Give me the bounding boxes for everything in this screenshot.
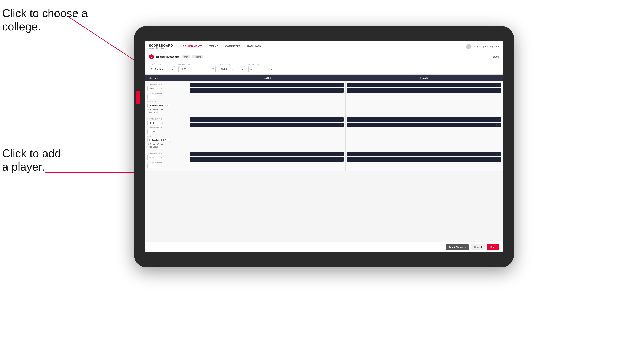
- course-remove-1[interactable]: ×: [165, 104, 166, 107]
- nav-committee[interactable]: COMMITTEE: [222, 41, 244, 52]
- edit-icon[interactable]: ✎: [340, 118, 342, 121]
- add-group-1[interactable]: + Add Group: [147, 111, 185, 114]
- edit-icon[interactable]: ✎: [498, 89, 500, 92]
- remove-group-2[interactable]: ⊖ Remove Group: [147, 143, 185, 145]
- x-icon[interactable]: ×: [496, 158, 498, 161]
- logo-subtitle: Powered by clippd: [149, 47, 173, 49]
- player-slot-t1-g1-1[interactable]: × ✎: [190, 83, 344, 87]
- x-icon[interactable]: ×: [496, 84, 498, 86]
- group-row-1: STARTING TIME: ⏱ STARTING HOLE: 1 COURSE…: [145, 81, 503, 116]
- player-slot-t2-g2-1[interactable]: × ✎: [347, 117, 502, 122]
- edit-icon[interactable]: ✎: [498, 124, 500, 126]
- course-tag-1[interactable]: (A) Peachtree GC × ✎: [147, 104, 170, 107]
- controls-row: Start Type 1st Tee Start Start Time ⏱ In…: [145, 61, 503, 75]
- x-icon[interactable]: ×: [338, 158, 340, 161]
- remove-group-1[interactable]: ⊖ Remove Group: [147, 109, 185, 111]
- edit-icon[interactable]: ✎: [498, 158, 500, 161]
- clock-icon: ⏱: [212, 68, 214, 71]
- starting-time-input-1[interactable]: [147, 86, 160, 91]
- sub-header: C Clippd Invitational Men Hosting ‹ Back: [145, 52, 503, 61]
- x-icon[interactable]: ×: [338, 118, 340, 121]
- footer-bar: Reset Changes Cancel Save: [145, 242, 503, 252]
- tee-time-col-3: STARTING TIME: ⏱ STARTING HOLE: 1: [145, 150, 188, 171]
- edit-icon[interactable]: ✎: [498, 84, 500, 86]
- back-button[interactable]: ‹ Back: [492, 55, 499, 58]
- x-icon[interactable]: ×: [496, 89, 498, 92]
- group-block-2: STARTING TIME: ⏱ STARTING HOLE: 1 COURSE…: [145, 116, 503, 150]
- add-group-2[interactable]: + Add Group: [147, 146, 185, 148]
- team1-col-1: × ✎ × ✎: [188, 81, 346, 116]
- starting-time-input-3[interactable]: [147, 155, 160, 160]
- start-type-group: Start Type 1st Tee Start: [149, 63, 175, 72]
- nav-tournaments[interactable]: TOURNAMENTS: [180, 41, 206, 52]
- group-block-3: STARTING TIME: ⏱ STARTING HOLE: 1 ×: [145, 150, 503, 171]
- group-links-2: ⊖ Remove Group + Add Group: [147, 143, 185, 148]
- player-slot-t2-g2-2[interactable]: × ✎: [347, 123, 502, 127]
- team1-col-3: × ✎ × ✎: [188, 150, 346, 171]
- start-time-group: Start Time ⏱: [178, 63, 216, 72]
- tablet-bezel: SCOREBOARD Powered by clippd TOURNAMENTS…: [134, 26, 514, 267]
- left-hint-bar: [136, 91, 140, 104]
- starting-time-label-3: STARTING TIME:: [147, 153, 185, 155]
- edit-icon[interactable]: ✎: [498, 118, 500, 121]
- intervals-select[interactable]: 10 Minutes: [219, 66, 245, 72]
- player-slot-t1-g3-1[interactable]: × ✎: [190, 152, 344, 156]
- edit-icon[interactable]: ✎: [340, 89, 342, 92]
- player-slot-t2-g3-1[interactable]: × ✎: [347, 152, 502, 156]
- x-icon[interactable]: ×: [496, 118, 498, 121]
- cancel-button[interactable]: Cancel: [471, 244, 485, 250]
- starting-time-input-2[interactable]: [147, 121, 160, 125]
- starting-hole-select-3[interactable]: 1: [147, 164, 156, 169]
- x-icon[interactable]: ×: [496, 153, 498, 155]
- player-slot-t1-g2-1[interactable]: × ✎: [190, 117, 344, 122]
- starting-time-label: STARTING TIME:: [147, 83, 185, 85]
- player-slot-t2-g1-2[interactable]: × ✎: [347, 88, 502, 93]
- player-slot-t1-g3-2[interactable]: × ✎: [190, 157, 344, 162]
- edit-icon[interactable]: ✎: [340, 158, 342, 161]
- course-tag-2[interactable]: 🏌 East Lake GC × ✎: [147, 138, 170, 142]
- x-icon[interactable]: ×: [338, 89, 340, 92]
- x-icon[interactable]: ×: [338, 124, 340, 126]
- gender-badge: Men: [182, 55, 190, 58]
- course-edit-2[interactable]: ✎: [166, 139, 168, 141]
- time-input-row-3: ⏱: [147, 155, 185, 160]
- nav-teams[interactable]: TEAMS: [206, 41, 222, 52]
- starting-time-label-2: STARTING TIME:: [147, 118, 185, 120]
- course-row-1: (A) Peachtree GC × ✎: [147, 104, 185, 107]
- x-icon[interactable]: ×: [338, 153, 340, 155]
- starting-hole-select-1[interactable]: 1: [147, 95, 156, 99]
- clock-icon-2: ⏱: [161, 122, 163, 124]
- course-name-1: (A) Peachtree GC: [149, 104, 164, 107]
- team2-col-3: × ✎ × ✎: [346, 150, 503, 171]
- course-label-1: COURSE:: [147, 101, 185, 103]
- player-slot-t2-g1-1[interactable]: × ✎: [347, 83, 502, 87]
- player-slot-t2-g3-2[interactable]: × ✎: [347, 157, 502, 162]
- player-slot-t1-g1-2[interactable]: × ✎: [190, 88, 344, 93]
- edit-icon[interactable]: ✎: [340, 84, 342, 86]
- edit-icon[interactable]: ✎: [340, 124, 342, 126]
- course-remove-2[interactable]: ×: [164, 139, 166, 141]
- nav-rankings[interactable]: RANKINGS: [244, 41, 264, 52]
- starting-hole-label-2: STARTING HOLE:: [147, 127, 185, 129]
- group-size-select[interactable]: 3: [248, 66, 274, 72]
- save-button[interactable]: Save: [487, 244, 499, 250]
- start-type-select[interactable]: 1st Tee Start: [149, 66, 175, 72]
- logo-title: SCOREBOARD: [149, 44, 173, 47]
- group-links-1: ⊖ Remove Group + Add Group: [147, 109, 185, 114]
- x-icon[interactable]: ×: [338, 84, 340, 86]
- table-container: Tee Time Team 1 Team 2 STARTING TIME: ⏱ …: [145, 75, 503, 242]
- team2-col-1: × ✎ × ✎: [346, 81, 503, 116]
- x-icon[interactable]: ×: [496, 124, 498, 126]
- reset-changes-button[interactable]: Reset Changes: [446, 244, 469, 250]
- sign-out-link[interactable]: Sign out: [490, 45, 499, 48]
- starting-hole-select-2[interactable]: 1: [147, 129, 156, 134]
- starting-hole-label-3: STARTING HOLE:: [147, 161, 185, 163]
- nav-links: TOURNAMENTS TEAMS COMMITTEE RANKINGS: [180, 41, 466, 52]
- player-slot-t1-g2-2[interactable]: × ✎: [190, 123, 344, 127]
- group-size-group: Group Size 3: [248, 63, 274, 72]
- start-time-input[interactable]: [178, 66, 216, 72]
- edit-icon[interactable]: ✎: [498, 153, 500, 155]
- tee-time-col-2: STARTING TIME: ⏱ STARTING HOLE: 1 COURSE…: [145, 116, 188, 150]
- edit-icon[interactable]: ✎: [340, 153, 342, 155]
- course-edit-1[interactable]: ✎: [167, 104, 168, 107]
